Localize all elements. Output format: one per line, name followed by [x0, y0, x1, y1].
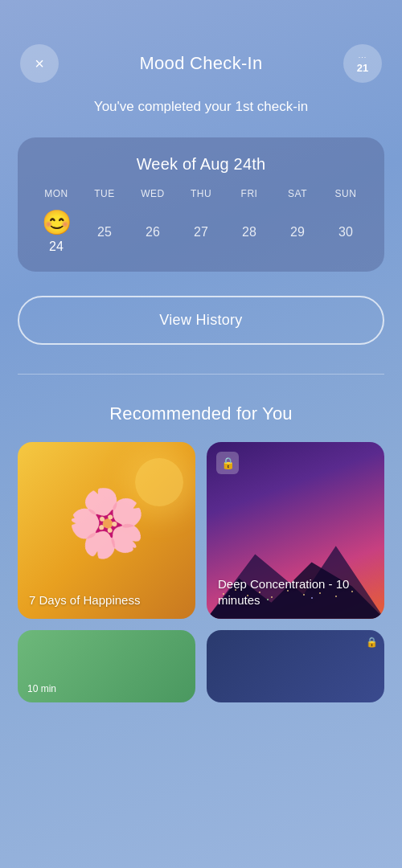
date-26: 26 [146, 225, 160, 240]
calendar-dots: ··· [359, 53, 367, 61]
day-cell-mon: 😊 24 [32, 211, 80, 254]
calendar-number: 21 [357, 62, 368, 74]
top-bar: × Mood Check-In ··· 21 [0, 0, 402, 99]
bottom-card-green-label: 10 min [27, 683, 56, 694]
bottom-card-green[interactable]: 10 min [18, 630, 195, 702]
day-cell-tue: 25 [80, 225, 129, 240]
week-days-header: MON TUE WED THU FRI SAT SUN [32, 188, 370, 199]
card-happiness[interactable]: 🌸 7 Days of Happiness [18, 442, 195, 619]
week-dates-row: 😊 24 25 26 27 28 29 30 [32, 211, 370, 254]
bottom-card-dark[interactable]: 🔒 [207, 630, 384, 702]
calendar-button[interactable]: ··· 21 [343, 44, 382, 83]
date-30: 30 [338, 225, 353, 240]
date-25: 25 [97, 225, 112, 240]
date-28: 28 [242, 225, 256, 240]
week-card: Week of Aug 24th MON TUE WED THU FRI SAT… [18, 137, 384, 272]
recommended-title: Recommended for You [0, 403, 402, 424]
flower-icon: 🌸 [58, 476, 155, 570]
day-tue: TUE [80, 188, 129, 199]
day-cell-thu: 27 [177, 225, 225, 240]
day-mon: MON [32, 188, 80, 199]
close-button[interactable]: × [20, 44, 59, 83]
divider [18, 374, 384, 375]
card-concentration[interactable]: 🔒 Deep Concentration - 10 minutes [207, 442, 384, 619]
recommended-section: Recommended for You 🌸 7 Days of Happines… [0, 403, 402, 702]
day-cell-sat: 29 [273, 225, 322, 240]
view-history-button[interactable]: View History [18, 296, 384, 345]
day-cell-sun: 30 [322, 225, 370, 240]
content-cards-row: 🌸 7 Days of Happiness [0, 442, 402, 619]
day-sat: SAT [273, 188, 322, 199]
day-fri: FRI [225, 188, 273, 199]
day-sun: SUN [322, 188, 370, 199]
mood-emoji: 😊 [42, 211, 72, 235]
concentration-card-label: Deep Concentration - 10 minutes [218, 576, 373, 608]
bottom-cards-row: 10 min 🔒 [0, 630, 402, 702]
day-wed: WED [129, 188, 177, 199]
happiness-card-label: 7 Days of Happiness [29, 592, 184, 608]
close-icon: × [35, 55, 44, 73]
page-title: Mood Check-In [139, 53, 262, 74]
date-24: 24 [49, 240, 64, 254]
day-thu: THU [177, 188, 225, 199]
bottom-lock-icon: 🔒 [366, 637, 378, 648]
date-27: 27 [194, 225, 208, 240]
day-cell-wed: 26 [129, 225, 177, 240]
day-cell-fri: 28 [225, 225, 273, 240]
date-29: 29 [290, 225, 305, 240]
lock-icon: 🔒 [216, 452, 239, 474]
week-title: Week of Aug 24th [32, 155, 370, 174]
checkin-subtitle: You've completed your 1st check-in [0, 99, 402, 115]
